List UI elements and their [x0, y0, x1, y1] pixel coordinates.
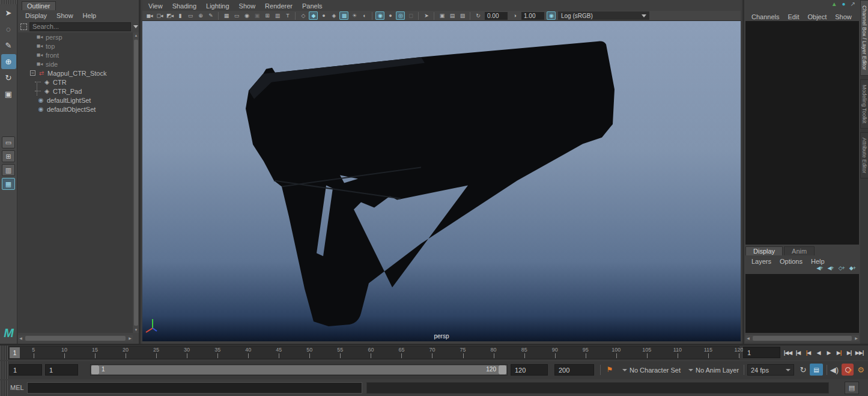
shaded-icon[interactable]: ◆: [309, 11, 318, 20]
four-pane-layout[interactable]: ⊞: [2, 150, 15, 162]
filter-icon[interactable]: [20, 23, 27, 30]
range-start-handle[interactable]: [91, 365, 99, 374]
timeline-playhead[interactable]: 1: [10, 347, 20, 358]
camera-settings-icon[interactable]: ◩◂: [165, 11, 174, 20]
rotate-tool[interactable]: ↻: [1, 70, 16, 85]
menu-channels[interactable]: Channels: [751, 13, 779, 20]
side-tab-modeling-toolkit[interactable]: Modeling Toolkit: [860, 79, 868, 129]
motion-blur-icon[interactable]: ●: [386, 11, 395, 20]
bookmark-flag-icon[interactable]: ⚑: [604, 364, 615, 376]
wireframe-on-shaded-icon[interactable]: ◈: [329, 11, 338, 20]
outliner-horizontal-scrollbar[interactable]: ◀ ▶: [18, 335, 133, 341]
film-gate-icon[interactable]: ▭: [232, 11, 241, 20]
menu-help[interactable]: Help: [811, 258, 825, 265]
multi-snapshot-icon[interactable]: ▤: [448, 11, 457, 20]
safe-title-icon[interactable]: T: [283, 11, 292, 20]
hud-gauge-icon[interactable]: ●: [842, 1, 846, 7]
go-to-end-button[interactable]: ▶▶|: [854, 346, 864, 359]
camera-attributes-icon[interactable]: ◻◂: [155, 11, 164, 20]
toolbox-grip[interactable]: [0, 0, 17, 4]
menu-help[interactable]: Help: [83, 12, 97, 19]
mute-audio-icon[interactable]: ◀): [829, 364, 840, 376]
step-back-key-button[interactable]: |◀: [803, 346, 813, 359]
isolate-select-icon[interactable]: ➤: [422, 11, 431, 20]
menu-show[interactable]: Show: [835, 13, 852, 20]
range-end-handle[interactable]: [499, 365, 506, 374]
outliner-item-CTR_Pad[interactable]: ◈CTR_Pad: [18, 87, 133, 96]
tab-anim[interactable]: Anim: [784, 246, 815, 255]
outliner-panel-tab[interactable]: Outliner: [22, 1, 56, 10]
scrollbar-thumb[interactable]: [753, 336, 852, 341]
xray-icon[interactable]: ▨: [458, 11, 467, 20]
menu-shading[interactable]: Shading: [172, 2, 196, 10]
depth-of-field-icon[interactable]: ◻: [406, 11, 415, 20]
menu-panels[interactable]: Panels: [302, 2, 323, 10]
move-tool[interactable]: ⊕: [1, 54, 16, 69]
lasso-select-tool[interactable]: ◌: [1, 22, 16, 37]
scroll-up-icon[interactable]: ▲: [133, 32, 139, 38]
range-slider-bar[interactable]: [99, 365, 499, 374]
scroll-left-icon[interactable]: ◀: [745, 335, 751, 341]
gamma-icon[interactable]: ◑: [510, 11, 519, 20]
grid-icon[interactable]: ▦: [222, 11, 231, 20]
loop-playback-icon[interactable]: ↻: [798, 364, 809, 376]
outliner-item-defaultObjectSet[interactable]: ◉defaultObjectSet: [18, 105, 133, 114]
flat-shade-icon[interactable]: ●: [319, 11, 328, 20]
two-pane-layout[interactable]: ▥: [2, 164, 15, 176]
gate-mask-icon[interactable]: ▣: [252, 11, 261, 20]
command-language-toggle[interactable]: MEL: [10, 384, 24, 391]
channel-box-content[interactable]: [745, 21, 859, 245]
scroll-left-icon[interactable]: ◀: [18, 335, 23, 341]
scroll-down-icon[interactable]: ▼: [133, 327, 139, 333]
play-backwards-button[interactable]: ◀: [813, 346, 824, 359]
scrollbar-thumb[interactable]: [134, 40, 138, 326]
grease-pencil-icon[interactable]: ✎: [206, 11, 215, 20]
use-lights-icon[interactable]: ☀: [350, 11, 359, 20]
playback-options-button[interactable]: ▤: [810, 364, 823, 376]
animation-end-field[interactable]: 200: [554, 364, 594, 376]
menu-renderer[interactable]: Renderer: [265, 2, 293, 10]
command-input[interactable]: [27, 382, 362, 394]
current-frame-field[interactable]: 1: [743, 347, 780, 358]
menu-lighting[interactable]: Lighting: [206, 2, 229, 10]
outliner-item-side[interactable]: ◼◂side: [18, 59, 133, 69]
character-controls-icon[interactable]: ▲: [831, 1, 837, 7]
field-chart-icon[interactable]: ⊞: [263, 11, 272, 20]
menu-layers[interactable]: Layers: [751, 258, 771, 265]
3d-model-magpul-ctr-stock[interactable]: [142, 21, 741, 341]
side-tab-channel-box-layer-editor[interactable]: Channel Box / Layer Editor: [860, 0, 868, 76]
auto-keyframe-button[interactable]: [842, 364, 854, 376]
scroll-right-icon[interactable]: ▶: [854, 335, 859, 341]
time-slider[interactable]: 5101520253035404550556065707580859095100…: [8, 346, 739, 359]
exposure-field[interactable]: 0.00: [485, 12, 508, 20]
step-back-frame-button[interactable]: |◀: [793, 346, 803, 359]
time-slider-grip[interactable]: [0, 346, 8, 360]
outliner-item-persp[interactable]: ◼◂persp: [18, 32, 133, 41]
scrollbar-thumb[interactable]: [25, 336, 126, 341]
step-forward-frame-button[interactable]: ▶|: [844, 346, 854, 359]
menu-display[interactable]: Display: [25, 12, 47, 19]
menu-show[interactable]: Show: [56, 12, 73, 19]
scroll-right-icon[interactable]: ▶: [127, 335, 133, 341]
select-tool[interactable]: ➤: [1, 5, 16, 20]
safe-action-icon[interactable]: ▥: [273, 11, 282, 20]
view-transform-select[interactable]: Log (sRGB): [558, 11, 649, 20]
menu-view[interactable]: View: [148, 2, 163, 10]
snapshot-icon[interactable]: ▣: [437, 11, 446, 20]
textured-icon[interactable]: ▩: [339, 11, 348, 20]
playback-end-field[interactable]: 120: [511, 364, 548, 376]
tab-display[interactable]: Display: [745, 246, 783, 255]
collapse-icon[interactable]: −: [30, 70, 35, 76]
create-empty-layer-icon[interactable]: ◇+: [839, 265, 845, 271]
animation-start-field[interactable]: 1: [9, 364, 42, 376]
menu-options[interactable]: Options: [780, 258, 803, 265]
occlusion-icon[interactable]: ◉: [375, 11, 384, 20]
viewport-canvas[interactable]: persp: [142, 21, 741, 341]
outliner-item-front[interactable]: ◼◂front: [18, 50, 133, 59]
search-input[interactable]: Search...: [29, 22, 131, 31]
range-slider[interactable]: 1 120: [90, 364, 508, 376]
search-dropdown-icon[interactable]: [133, 25, 138, 28]
curve-graph-icon[interactable]: ↗: [851, 1, 855, 7]
outliner-persp-layout[interactable]: ▦: [2, 178, 15, 190]
outliner-item-defaultLightSet[interactable]: ◉defaultLightSet: [18, 96, 133, 105]
